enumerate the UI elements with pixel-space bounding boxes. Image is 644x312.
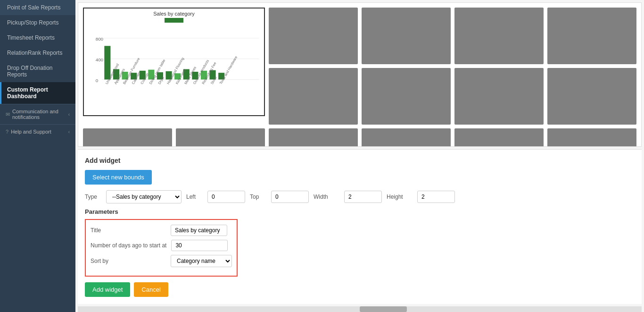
- add-widget-button[interactable]: Add widget: [85, 282, 130, 297]
- height-input[interactable]: [417, 191, 455, 203]
- sidebar-item-custom-report[interactable]: Custom Report Dashboard: [0, 82, 75, 104]
- select-bounds-button[interactable]: Select new bounds: [85, 170, 152, 185]
- widget-form-row: Type --Sales by category Left Top Width …: [85, 190, 635, 203]
- chart-title: Sales by category: [86, 11, 262, 17]
- widget-placeholder: [362, 8, 451, 64]
- widget-placeholder: [269, 128, 358, 147]
- widget-placeholder: [83, 128, 172, 147]
- widget-placeholder: [362, 128, 451, 147]
- sidebar-item-relation-rank[interactable]: RelationRank Reports: [0, 45, 75, 60]
- parameters-title: Parameters: [85, 208, 635, 215]
- dashboard-area: Sales by category 800 400 0: [78, 2, 642, 147]
- type-label: Type: [85, 194, 101, 200]
- widget-placeholder: [454, 68, 544, 125]
- param-title-label: Title: [91, 227, 166, 234]
- type-select[interactable]: --Sales by category: [106, 190, 182, 203]
- chart-widget: Sales by category 800 400 0: [83, 8, 265, 116]
- sidebar-section-communication[interactable]: ✉ Communication and notifications ‹: [0, 104, 75, 124]
- param-sort-row: Sort by Category name Sales amount Item …: [91, 255, 232, 267]
- action-buttons-row: Add widget Cancel: [85, 282, 635, 297]
- param-days-input[interactable]: [171, 240, 228, 251]
- param-title-row: Title: [91, 225, 232, 236]
- height-label: Height: [387, 194, 413, 200]
- bottom-scrollbar[interactable]: [78, 306, 642, 312]
- main-content: Sales by category 800 400 0: [75, 0, 644, 312]
- top-label: Top: [250, 194, 266, 200]
- scrollbar-thumb: [360, 306, 407, 312]
- widget-placeholder: [454, 8, 544, 64]
- sidebar-item-pickup-stop[interactable]: Pickup/Stop Reports: [0, 15, 75, 30]
- left-label: Left: [186, 194, 203, 200]
- sidebar-item-timesheet[interactable]: Timesheet Reports: [0, 30, 75, 45]
- param-days-label: Number of days ago to start at: [91, 242, 166, 249]
- cancel-button[interactable]: Cancel: [134, 282, 168, 297]
- param-sort-label: Sort by: [91, 258, 166, 264]
- svg-text:0: 0: [96, 78, 99, 83]
- sidebar-item-drop-off[interactable]: Drop Off Donation Reports: [0, 60, 75, 82]
- widget-grid: Sales by category 800 400 0: [83, 8, 636, 147]
- widget-placeholder: [269, 68, 358, 125]
- widget-placeholder: [547, 128, 636, 147]
- chevron-left-icon: ‹: [68, 112, 70, 117]
- param-sort-select[interactable]: Category name Sales amount Item count: [171, 255, 232, 267]
- mail-icon: ✉: [6, 111, 10, 118]
- top-input[interactable]: [271, 191, 309, 203]
- param-title-input[interactable]: [171, 225, 227, 236]
- sidebar-section-help[interactable]: ? Help and Support ‹: [0, 124, 75, 139]
- svg-text:Tools and Hardware: Tools and Hardware: [219, 55, 239, 85]
- help-icon: ?: [6, 129, 8, 135]
- chart-svg: 800 400 0: [86, 25, 262, 119]
- width-label: Width: [314, 194, 339, 200]
- svg-text:800: 800: [96, 36, 104, 42]
- chevron-left-icon-2: ‹: [68, 129, 70, 135]
- widget-placeholder: [547, 68, 636, 125]
- widget-placeholder: [547, 8, 636, 64]
- left-input[interactable]: [207, 191, 245, 203]
- widget-placeholder: [269, 8, 358, 64]
- sidebar-item-point-of-sale[interactable]: Point of Sale Reports: [0, 0, 75, 15]
- add-widget-panel: Add widget Select new bounds Type --Sale…: [78, 149, 642, 304]
- widget-placeholder: [454, 128, 544, 147]
- sidebar: Point of Sale Reports Pickup/Stop Report…: [0, 0, 75, 312]
- param-days-row: Number of days ago to start at: [91, 240, 232, 251]
- widget-placeholder: [362, 68, 451, 125]
- add-widget-title: Add widget: [85, 157, 635, 164]
- svg-text:400: 400: [96, 57, 104, 62]
- widget-placeholder: [176, 128, 265, 147]
- parameters-box: Title Number of days ago to start at Sor…: [85, 219, 238, 277]
- chart-legend: [165, 18, 183, 23]
- width-input[interactable]: [344, 191, 382, 203]
